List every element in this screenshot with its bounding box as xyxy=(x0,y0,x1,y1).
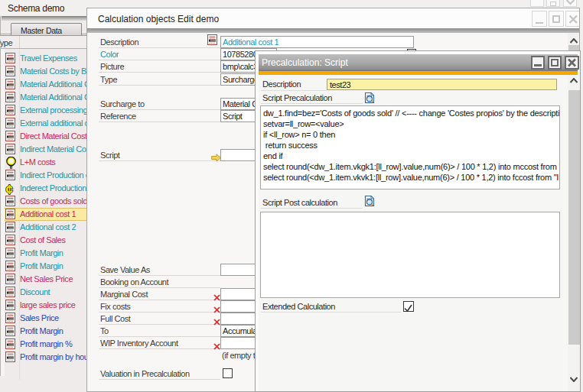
svg-text:¢: ¢ xyxy=(6,183,14,196)
